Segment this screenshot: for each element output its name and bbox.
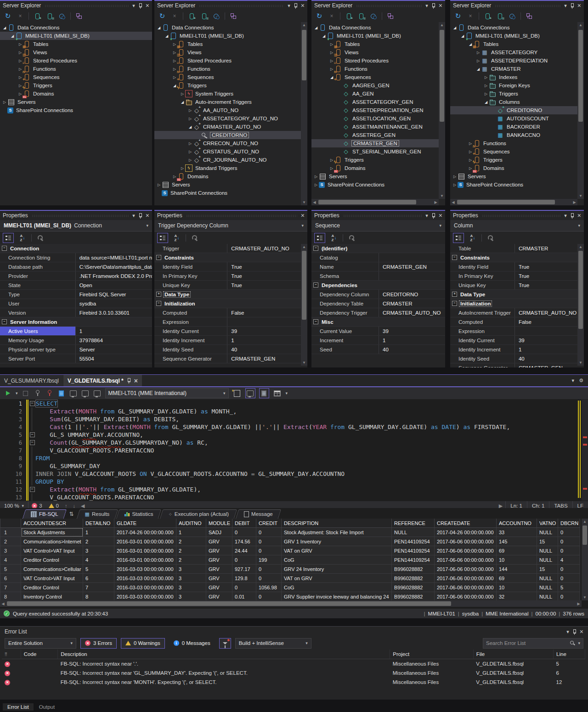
cell[interactable]: PEN144109254 [392, 555, 435, 565]
alphabetical-sort-button[interactable]: AZ↓ [329, 233, 339, 243]
connect-database-icon[interactable] [357, 12, 365, 20]
errors-filter-button[interactable]: ✕ 3 Errors [80, 638, 117, 649]
editor-tab-v-gldetails-fbsql[interactable]: V_GLDETAILS.fbsql *× [63, 375, 142, 386]
property-row-dependency-column[interactable]: Dependency ColumnCREDITORNO [311, 290, 445, 299]
tree-item-aa-auto-no[interactable]: ▷◇AA_AUTO_NO [154, 106, 307, 114]
scrollbar-thumb[interactable] [302, 30, 306, 80]
connection-combobox[interactable]: MMEI-LT01 (MME International) ▾ [105, 388, 229, 398]
cell[interactable]: B996028882 [392, 592, 435, 601]
vertical-scrollbar[interactable]: ▲▼ [301, 244, 307, 366]
close-icon[interactable]: × [301, 2, 305, 9]
property-row-dependency-trigger[interactable]: Dependency TriggerCRMASTER_AUTO_NO [311, 308, 445, 317]
alphabetical-sort-button[interactable]: AZ↓ [17, 233, 28, 243]
code-line[interactable]: 7 V_GLACCOUNT_ROOTS.PARENTACCNO [0, 446, 588, 454]
property-row-dependency-table[interactable]: Dependency TableCRMASTER [311, 299, 445, 308]
cell[interactable]: VAT Control>VAT Input [21, 546, 83, 555]
cell[interactable]: GRV Supplier invoice leeway and balancin… [282, 592, 392, 601]
cell[interactable]: 3 [176, 592, 206, 601]
vertical-scrollbar[interactable]: ▲▼ [439, 22, 445, 199]
code-line[interactable]: 3 Sum(GL_SUMMARY_DAY.DEBIT) as DEBITS, [0, 415, 588, 423]
cell[interactable]: 3 [176, 583, 206, 592]
property-row-sequence-generator[interactable]: Sequence GeneratorCRMASTER_GEN [450, 363, 577, 367]
tree-item-domains[interactable]: ▷Domains [450, 164, 584, 172]
hierarchy-icon[interactable] [525, 12, 533, 20]
code-line[interactable]: 1−SELECT [0, 400, 588, 407]
property-row-version[interactable]: VersionFirebird 3.0.10.33601 [0, 308, 152, 317]
pin-icon[interactable] [127, 378, 131, 384]
filter-button[interactable] [219, 638, 231, 649]
tree-item-data-connections[interactable]: ◢Data Connections [0, 23, 152, 32]
line-cell[interactable]: 12 [554, 678, 585, 687]
sort-toggle-icon[interactable]: ⇅ [67, 509, 77, 519]
cell[interactable]: Stock Adjustment: Stock File Import [282, 528, 392, 537]
property-category-server-information[interactable]: −Server Information [0, 317, 152, 327]
collapse-category-icon[interactable]: − [313, 246, 318, 251]
expander-open-icon[interactable]: ◢ [313, 26, 319, 30]
cell[interactable]: NULL [537, 528, 558, 537]
tree-item-stored-procedures[interactable]: ▷Stored Procedures [311, 57, 445, 65]
cell[interactable]: 0.01 [232, 592, 256, 601]
collapse-category-icon[interactable]: − [313, 283, 318, 288]
property-row-expression[interactable]: Expression [450, 327, 577, 336]
property-row-identity-field[interactable]: Identity FieldTrue [154, 262, 301, 271]
cell[interactable]: GRV [206, 565, 232, 574]
expander-open-icon[interactable]: ◢ [483, 100, 489, 104]
hierarchy-icon[interactable] [229, 12, 237, 20]
categorized-button[interactable] [3, 233, 14, 243]
property-pages-button[interactable] [35, 233, 45, 243]
row-number[interactable]: 3 [0, 546, 21, 555]
property-row-identity-seed[interactable]: Identity Seed40 [154, 345, 301, 354]
cell[interactable]: Creditor Control [21, 583, 83, 592]
results-tab-results[interactable]: ▦Results [78, 509, 117, 519]
code-line[interactable]: 12− Extract(MONTH from GL_SUMMARY_DAY.GL… [0, 486, 588, 493]
expander-closed-icon[interactable]: ▷ [180, 92, 185, 96]
property-pages-button[interactable] [190, 233, 200, 243]
cell[interactable]: 4 [558, 555, 580, 565]
property-row-unique-key[interactable]: Unique KeyTrue [154, 281, 301, 290]
close-icon[interactable]: × [170, 12, 179, 20]
tree-item-views[interactable]: ▷Views [154, 48, 307, 57]
tree-item-sequences[interactable]: ◢Sequences [311, 73, 445, 81]
cell[interactable]: 24.44 [232, 546, 256, 555]
cell[interactable]: NULL [537, 546, 558, 555]
chevron-down-icon[interactable]: ▾ [564, 213, 567, 218]
tree-item-crmaster[interactable]: ◢▦CRMASTER [450, 65, 584, 73]
property-row-trigger[interactable]: TriggerCRMASTER_AUTO_NO [154, 244, 301, 253]
row-number[interactable]: 4 [0, 555, 21, 565]
tree-item-autodiscount[interactable]: ▦AUTODISCOUNT [450, 114, 584, 123]
property-pages-button[interactable] [486, 233, 496, 243]
tree-item-columns[interactable]: ◢Columns [450, 98, 584, 106]
cell[interactable]: 2017-04-26 00:00:00.000 [114, 528, 176, 537]
pin-icon[interactable] [294, 3, 298, 9]
column-header-debit[interactable]: DEBIT [232, 519, 256, 528]
tree-item-st-serial-number-gen[interactable]: ◇ST_SERIAL_NUMBER_GEN [311, 147, 445, 156]
cell[interactable]: 0 [558, 528, 580, 537]
vertical-scrollbar[interactable]: ▲▼ [577, 244, 584, 366]
tree-item-stored-procedures[interactable]: ▷Stored Procedures [0, 57, 152, 65]
expander-closed-icon[interactable]: ▷ [452, 175, 458, 179]
cell[interactable]: 0 [558, 574, 580, 583]
description-cell[interactable]: FB-SQL: Incorrect syntax near 'GL_SUMMAR… [58, 668, 390, 678]
cell[interactable]: 2 [83, 537, 114, 546]
results-tab-statistics[interactable]: Statistics [118, 509, 160, 519]
close-icon[interactable]: × [301, 212, 305, 219]
cell[interactable]: 8 [83, 592, 114, 601]
property-row-schema[interactable]: Schema [311, 271, 445, 281]
tree-item-mmei-lt01-mmei-si-db[interactable]: ◢MMEI-LT01 (MMEI_SI_DB) [0, 32, 152, 40]
column-header-file[interactable]: File [473, 650, 553, 659]
close-icon[interactable]: × [577, 2, 581, 9]
cell[interactable]: Communications>Internet [21, 537, 83, 546]
expander-open-icon[interactable]: ◢ [321, 34, 327, 38]
results-tab-message[interactable]: Message [237, 509, 280, 519]
connect-database-icon[interactable] [45, 12, 54, 20]
attach-database-icon[interactable] [69, 389, 78, 397]
tree-item-crrecon-auto-no[interactable]: ▷◇CRRECON_AUTO_NO [154, 139, 307, 147]
tree-item-assetcategory-gen[interactable]: ◇ASSETCATEGORY_GEN [311, 98, 445, 106]
tree-item-aa-gen[interactable]: ◇AA_GEN [311, 90, 445, 98]
tree-item-functions[interactable]: ▷Functions [154, 65, 307, 73]
tree-item-mmei-lt01-mmei-si-db[interactable]: ◢MMEI-LT01 (MMEI_SI_DB) [450, 32, 584, 40]
cell[interactable]: 2 [176, 555, 206, 565]
property-row-expression[interactable]: Expression [154, 317, 301, 327]
tree-item-data-connections[interactable]: ◢Data Connections [154, 23, 307, 32]
cell[interactable]: B996028882 [392, 565, 435, 574]
